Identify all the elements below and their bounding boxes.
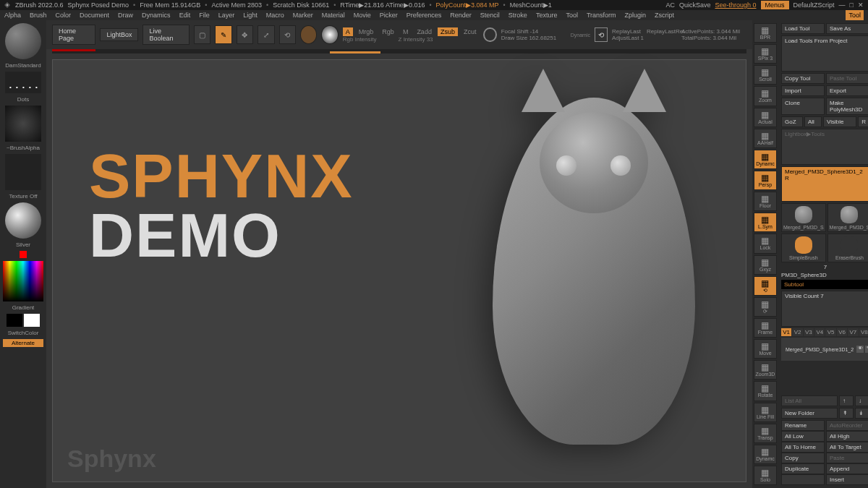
- maximize-icon[interactable]: □: [850, 1, 854, 9]
- dynamic-toggle[interactable]: Dynamic: [571, 33, 590, 38]
- menu-zscript[interactable]: Zscript: [655, 12, 674, 19]
- edit-icon[interactable]: ▢: [194, 25, 210, 44]
- eye-icon[interactable]: 👁: [856, 346, 864, 353]
- export-button[interactable]: Export: [826, 85, 868, 96]
- all-to-target-button[interactable]: All To Target: [826, 442, 868, 453]
- v-button-v6[interactable]: V6: [837, 328, 847, 336]
- swatch-black[interactable]: [7, 314, 22, 327]
- list-all-button[interactable]: List All: [781, 395, 838, 406]
- mode-zadd[interactable]: Zadd: [414, 27, 435, 36]
- rt-linefill[interactable]: ▦Line Fill: [754, 403, 777, 422]
- seethrough-slider[interactable]: See-through 0: [715, 1, 756, 9]
- rgb-intensity-label[interactable]: Rgb Intensity: [343, 36, 377, 43]
- rt-frame[interactable]: ▦Frame: [754, 318, 777, 338]
- brush-thumb[interactable]: [5, 23, 41, 59]
- minimize-icon[interactable]: —: [839, 1, 846, 9]
- rt-lock[interactable]: ▦Lock: [754, 234, 777, 253]
- paste-tool-button[interactable]: Paste Tool: [826, 73, 868, 84]
- rt-actual[interactable]: ▦Actual: [754, 108, 777, 127]
- nest-down-button[interactable]: ↡: [855, 408, 868, 419]
- menu-document[interactable]: Document: [80, 12, 109, 19]
- default-zscript[interactable]: DefaultZScript: [793, 1, 835, 9]
- color-mode-icon[interactable]: [300, 25, 317, 44]
- move-down-button[interactable]: ↓: [855, 395, 868, 406]
- menu-transform[interactable]: Transform: [587, 12, 616, 19]
- material-thumb[interactable]: [5, 202, 41, 239]
- move-up-button[interactable]: ↑: [839, 395, 854, 406]
- copy-tool-button[interactable]: Copy Tool: [781, 73, 825, 84]
- replay-last-rel-button[interactable]: ReplayLastRel: [647, 28, 684, 35]
- rt-[interactable]: ▦⟳: [754, 297, 777, 317]
- new-folder-button[interactable]: New Folder: [781, 408, 838, 419]
- import-button[interactable]: Import: [781, 85, 825, 96]
- menu-alpha[interactable]: Alpha: [4, 12, 21, 19]
- viewport[interactable]: SPHYNX DEMO Sphynx: [52, 59, 746, 482]
- autoreorder-button[interactable]: AutoReorder: [826, 420, 868, 431]
- load-from-project-button[interactable]: Load Tools From Project: [781, 35, 868, 72]
- tool-thumb-1[interactable]: Merged_PM3D_S: [781, 203, 826, 232]
- rotate-icon[interactable]: ⟲: [279, 25, 296, 44]
- rt-move[interactable]: ▦Move: [754, 339, 777, 359]
- append-button[interactable]: Append: [826, 463, 868, 474]
- menu-material[interactable]: Material: [322, 12, 345, 19]
- all-low-button[interactable]: All Low: [781, 431, 825, 442]
- tool-panel-header[interactable]: Tool: [846, 10, 864, 20]
- menu-picker[interactable]: Picker: [380, 12, 398, 19]
- subtool-header[interactable]: Subtool: [781, 280, 868, 289]
- rt-gxyz[interactable]: ▦Gxyz: [754, 255, 777, 275]
- v-button-v8[interactable]: V8: [859, 328, 868, 336]
- mode-rgb[interactable]: Rgb: [379, 27, 397, 36]
- goz-all-button[interactable]: All: [804, 116, 822, 127]
- menu-render[interactable]: Render: [450, 12, 472, 19]
- v-button-v2[interactable]: V2: [792, 328, 802, 336]
- stroke-thumb[interactable]: [5, 72, 41, 93]
- current-tool-name[interactable]: Merged_PM3D_Sphere3D1_2 R: [781, 166, 868, 202]
- rt-transp[interactable]: ▦Transp: [754, 424, 777, 443]
- rt-zoom[interactable]: ▦Zoom: [754, 86, 777, 106]
- goz-r-button[interactable]: R: [858, 116, 868, 127]
- rt-bpr[interactable]: ▦BPR: [754, 23, 777, 43]
- menu-preferences[interactable]: Preferences: [407, 12, 442, 19]
- menu-light[interactable]: Light: [243, 12, 258, 19]
- v-button-v7[interactable]: V7: [848, 328, 858, 336]
- goz-visible-button[interactable]: Visible: [823, 116, 856, 127]
- home-page-button[interactable]: Home Page: [52, 25, 95, 45]
- rt-dynamc[interactable]: ▦Dynamc: [754, 445, 777, 464]
- menu-draw[interactable]: Draw: [118, 12, 133, 19]
- rt-persp[interactable]: ▦Persp: [754, 171, 777, 190]
- gradient-label[interactable]: Gradient: [12, 304, 35, 311]
- menu-dynamics[interactable]: Dynamics: [142, 12, 171, 19]
- copy-button[interactable]: Copy: [781, 453, 825, 463]
- subtool-item[interactable]: Merged_PM3D_Sphere3D1_2 👁✎: [781, 338, 868, 361]
- focal-icon[interactable]: [483, 27, 496, 42]
- v-button-v1[interactable]: V1: [781, 328, 791, 336]
- replay-last-button[interactable]: ReplayLast: [612, 28, 641, 35]
- save-as-button[interactable]: Save As: [826, 23, 868, 34]
- menu-movie[interactable]: Movie: [354, 12, 371, 19]
- switch-color-button[interactable]: SwitchColor: [8, 330, 39, 336]
- menu-marker[interactable]: Marker: [293, 12, 313, 19]
- rt-solo[interactable]: ▦Solo: [754, 466, 777, 485]
- rt-lsym[interactable]: ▦L.Sym: [754, 213, 777, 232]
- menu-zplugin[interactable]: Zplugin: [625, 12, 647, 19]
- menu-brush[interactable]: Brush: [30, 12, 47, 19]
- color-picker[interactable]: [3, 261, 43, 301]
- fg-color-swatch[interactable]: [20, 251, 27, 258]
- scale-icon[interactable]: ⤢: [258, 25, 274, 44]
- alternate-button[interactable]: Alternate: [3, 339, 43, 347]
- rt-spix3[interactable]: ▦SPix 3: [754, 44, 777, 64]
- insert-button[interactable]: Insert: [826, 474, 868, 485]
- lightbox-button[interactable]: LightBox: [100, 28, 138, 41]
- rename-button[interactable]: Rename: [781, 420, 825, 431]
- move-icon[interactable]: ✥: [237, 25, 253, 44]
- all-to-home-button[interactable]: All To Home: [781, 442, 825, 453]
- menu-color[interactable]: Color: [56, 12, 72, 19]
- draw-icon[interactable]: ✎: [215, 25, 231, 44]
- z-intensity-label[interactable]: Z Intensity 33: [399, 36, 433, 43]
- replay-icon[interactable]: ⟲: [595, 27, 608, 42]
- draw-size-label[interactable]: Draw Size 162.68251: [501, 35, 566, 41]
- menu-file[interactable]: File: [199, 12, 210, 19]
- mode-mrgb[interactable]: Mrgb: [356, 27, 377, 36]
- focal-shift-label[interactable]: Focal Shift -14: [501, 28, 566, 35]
- texture-thumb[interactable]: [5, 154, 41, 190]
